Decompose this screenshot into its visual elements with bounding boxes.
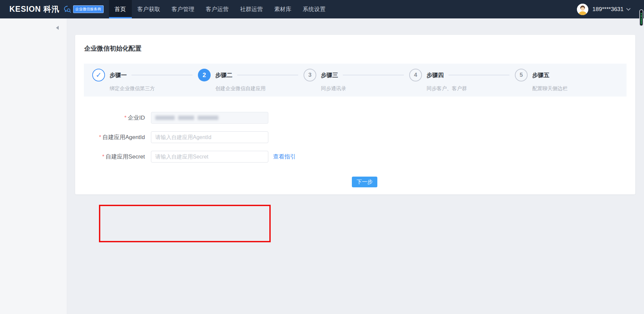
step-4-description: 同步客户、客户群	[427, 85, 515, 92]
page-title: 企业微信初始化配置	[84, 44, 635, 53]
nav-tab-customer-management[interactable]: 客户管理	[166, 0, 200, 18]
config-card: 企业微信初始化配置 ✓ 步骤一 绑定企业微信第三方 2 步骤二 创建企业微信自建…	[75, 35, 635, 194]
nav-tab-customer-operation[interactable]: 客户运营	[200, 0, 234, 18]
step-3-number: 3	[304, 69, 316, 81]
left-sidebar	[0, 18, 67, 314]
stepper: ✓ 步骤一 绑定企业微信第三方 2 步骤二 创建企业微信自建应用 3 步骤三	[84, 64, 627, 97]
next-step-button[interactable]: 下一步	[352, 177, 377, 187]
required-asterisk: *	[99, 134, 101, 140]
top-nav: KESION 科汛 企业微信服务商 首页 客户获取 客户管理 客户运营 社群运营…	[0, 0, 644, 18]
red-highlight-rectangle	[99, 205, 271, 242]
step-connector	[131, 75, 193, 75]
user-avatar	[577, 4, 588, 15]
config-form: *企业ID *自建应用AgentId *自建应用Secret	[75, 112, 635, 187]
step-connector	[448, 75, 509, 75]
step-connector	[237, 75, 298, 75]
step-2-title: 步骤二	[215, 71, 232, 79]
redacted-value	[178, 116, 194, 120]
step-2: 2 步骤二 创建企业微信自建应用	[198, 69, 304, 97]
corp-id-row: *企业ID	[75, 112, 635, 124]
redacted-value	[155, 116, 175, 120]
nav-tab-customer-acquisition[interactable]: 客户获取	[132, 0, 166, 18]
user-phone-number: 189****3631	[592, 6, 624, 13]
step-1-description: 绑定企业微信第三方	[110, 85, 198, 92]
agent-id-row: *自建应用AgentId	[75, 131, 635, 143]
view-guide-link[interactable]: 查看指引	[273, 153, 296, 161]
required-asterisk: *	[102, 154, 104, 160]
step-connector	[343, 75, 404, 75]
nav-tab-material-library[interactable]: 素材库	[269, 0, 297, 18]
step-1-title: 步骤一	[110, 71, 127, 79]
scroll-indicator[interactable]	[639, 9, 643, 26]
wecom-chat-icon	[63, 5, 72, 14]
step-1-check-icon: ✓	[92, 69, 105, 81]
agent-id-input[interactable]	[151, 131, 268, 143]
sidebar-collapse-icon[interactable]	[56, 26, 59, 30]
step-3-title: 步骤三	[321, 71, 338, 79]
nav-tab-system-settings[interactable]: 系统设置	[297, 0, 331, 18]
service-provider-badge: 企业微信服务商	[63, 0, 104, 18]
step-2-description: 创建企业微信自建应用	[215, 85, 304, 92]
secret-label: *自建应用Secret	[75, 153, 145, 161]
step-1: ✓ 步骤一 绑定企业微信第三方	[92, 69, 198, 97]
nav-tab-community-operation[interactable]: 社群运营	[234, 0, 269, 18]
required-asterisk: *	[124, 115, 126, 121]
step-2-number: 2	[198, 69, 211, 81]
service-provider-badge-label: 企业微信服务商	[73, 5, 104, 13]
step-5-description: 配置聊天侧边栏	[532, 85, 568, 92]
step-5: 5 步骤五 配置聊天侧边栏	[515, 69, 568, 97]
corp-id-field	[151, 112, 268, 124]
main-nav-tabs: 首页 客户获取 客户管理 客户运营 社群运营 素材库 系统设置	[109, 0, 331, 18]
secret-input[interactable]	[151, 151, 268, 163]
step-4: 4 步骤四 同步客户、客户群	[409, 69, 515, 97]
step-4-number: 4	[409, 69, 422, 81]
step-3: 3 步骤三 同步通讯录	[304, 69, 409, 97]
agent-id-label: *自建应用AgentId	[75, 133, 145, 141]
chevron-down-icon	[626, 6, 631, 11]
scroll-indicator-stripes	[641, 13, 642, 24]
app-logo: KESION 科汛	[9, 0, 60, 18]
step-4-title: 步骤四	[427, 71, 444, 79]
main-content: 企业微信初始化配置 ✓ 步骤一 绑定企业微信第三方 2 步骤二 创建企业微信自建…	[67, 18, 644, 314]
secret-row: *自建应用Secret 查看指引	[75, 151, 635, 163]
redacted-value	[198, 116, 218, 120]
step-5-number: 5	[515, 69, 528, 81]
step-3-description: 同步通讯录	[321, 85, 409, 92]
corp-id-label: *企业ID	[75, 114, 145, 122]
step-5-title: 步骤五	[532, 71, 549, 79]
nav-tab-home[interactable]: 首页	[109, 0, 132, 18]
user-menu[interactable]: 189****3631	[577, 0, 630, 18]
